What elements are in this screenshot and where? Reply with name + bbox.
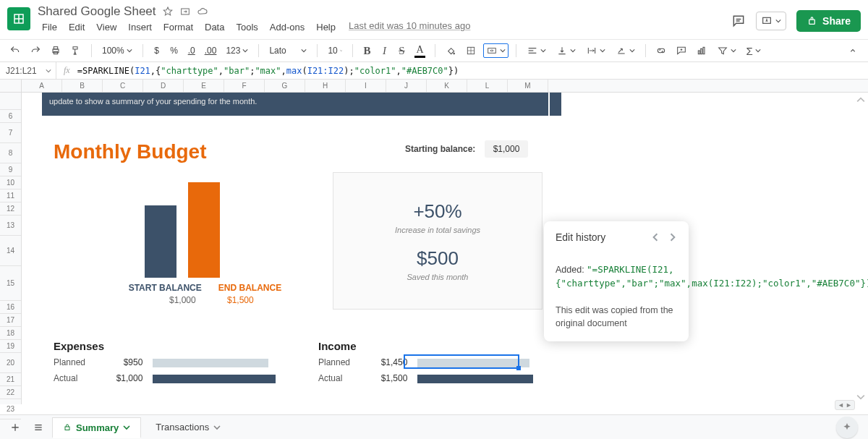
value[interactable]: $1,450: [371, 357, 407, 367]
row-header-19[interactable]: 19: [0, 340, 21, 353]
present-button[interactable]: [756, 12, 786, 30]
italic-button[interactable]: I: [378, 43, 391, 59]
menu-data[interactable]: Data: [200, 20, 229, 34]
rotate-button[interactable]: [613, 45, 638, 56]
increase-decimals-button[interactable]: .00: [203, 43, 219, 59]
formula-input[interactable]: =SPARKLINE(I21,{"charttype","bar";"max",…: [77, 66, 459, 76]
borders-button[interactable]: [463, 43, 479, 59]
row-header-8[interactable]: 8: [0, 143, 21, 163]
grid[interactable]: update to show a summary of your spendin…: [22, 93, 868, 404]
text-color-button[interactable]: A: [412, 43, 427, 59]
paint-format-icon[interactable]: [68, 43, 84, 59]
star-icon[interactable]: [162, 6, 174, 17]
chart-icon[interactable]: [694, 43, 710, 59]
all-sheets-button[interactable]: [29, 418, 48, 437]
format-currency-button[interactable]: $: [150, 43, 163, 59]
col-header-J[interactable]: J: [386, 80, 427, 92]
strike-button[interactable]: S: [395, 43, 408, 59]
select-all-corner[interactable]: [0, 80, 22, 92]
v-align-button[interactable]: [553, 45, 579, 56]
comment-icon[interactable]: [673, 43, 689, 59]
menu-edit[interactable]: Edit: [64, 20, 89, 34]
zoom-select[interactable]: 100%: [99, 46, 135, 56]
row-header-21[interactable]: 21: [0, 373, 21, 386]
row-header-22[interactable]: 22: [0, 386, 21, 399]
tab-caret-icon[interactable]: [123, 424, 130, 431]
row-header-13[interactable]: 13: [0, 216, 21, 236]
link-icon[interactable]: [653, 43, 669, 59]
col-header-B[interactable]: B: [62, 80, 103, 92]
share-button[interactable]: Share: [796, 10, 861, 32]
col-header-C[interactable]: C: [103, 80, 143, 92]
row-header-10[interactable]: 10: [0, 176, 21, 189]
col-header-I[interactable]: I: [346, 80, 386, 92]
menu-view[interactable]: View: [92, 20, 121, 34]
banner-text: update to show a summary of your spendin…: [42, 93, 548, 116]
row-header-7[interactable]: 7: [0, 123, 21, 143]
sparkline: [417, 374, 533, 384]
wrap-button[interactable]: [583, 45, 608, 56]
row-header-12[interactable]: 12: [0, 203, 21, 216]
explore-fab[interactable]: [836, 417, 858, 438]
menu-help[interactable]: Help: [312, 20, 340, 34]
col-header-E[interactable]: E: [184, 80, 224, 92]
row-header-11[interactable]: 11: [0, 189, 21, 203]
scroll-down-icon[interactable]: [856, 393, 865, 401]
row-header-16[interactable]: 16: [0, 301, 21, 314]
fill-color-button[interactable]: [443, 43, 459, 59]
value[interactable]: $1,500: [371, 373, 407, 383]
decrease-decimals-button[interactable]: .0: [185, 43, 198, 59]
more-formats-select[interactable]: 123: [223, 46, 251, 56]
tab-caret-icon[interactable]: [213, 424, 221, 431]
col-header-L[interactable]: L: [467, 80, 508, 92]
row-header-18[interactable]: 18: [0, 327, 21, 340]
col-header-A[interactable]: A: [22, 80, 62, 92]
horizontal-nav-pill[interactable]: ◄►: [835, 400, 855, 410]
font-size-select[interactable]: 10: [325, 46, 345, 56]
row-header-15[interactable]: 15: [0, 266, 21, 301]
undo-icon[interactable]: [7, 43, 23, 59]
last-edit[interactable]: Last edit was 10 minutes ago: [349, 20, 470, 34]
redo-icon[interactable]: [27, 43, 43, 59]
prev-edit-icon[interactable]: [651, 233, 660, 242]
col-header-G[interactable]: G: [265, 80, 305, 92]
move-icon[interactable]: [179, 6, 191, 17]
row-header-23[interactable]: 23: [0, 399, 21, 419]
row-header-20[interactable]: 20: [0, 353, 21, 373]
tab-summary[interactable]: Summary: [52, 417, 141, 438]
format-percent-button[interactable]: %: [168, 43, 181, 59]
tab-transactions[interactable]: Transactions: [145, 417, 231, 438]
col-header-F[interactable]: F: [224, 80, 265, 92]
font-select[interactable]: Lato: [266, 46, 310, 56]
comments-icon[interactable]: [731, 14, 746, 28]
col-header-M[interactable]: M: [508, 80, 548, 92]
col-header-H[interactable]: H: [305, 80, 346, 92]
collapse-toolbar-icon[interactable]: [845, 43, 861, 59]
next-edit-icon[interactable]: [668, 233, 677, 242]
cloud-icon[interactable]: [197, 6, 208, 17]
col-header-K[interactable]: K: [427, 80, 467, 92]
starting-balance-value[interactable]: $1,000: [485, 140, 528, 158]
row-header-6[interactable]: 6: [0, 110, 21, 123]
doc-title[interactable]: Shared Google Sheet: [38, 4, 156, 19]
name-box[interactable]: J21:L21: [0, 62, 56, 79]
row-header-14[interactable]: 14: [0, 236, 21, 266]
value[interactable]: $950: [106, 357, 142, 367]
functions-icon[interactable]: Σ: [744, 45, 764, 57]
merge-cells-button[interactable]: [483, 43, 509, 58]
add-sheet-button[interactable]: [6, 418, 25, 437]
row-header-9[interactable]: 9: [0, 163, 21, 176]
filter-icon[interactable]: [714, 45, 739, 56]
print-icon[interactable]: [48, 43, 64, 59]
menu-insert[interactable]: Insert: [124, 20, 156, 34]
menu-tools[interactable]: Tools: [231, 20, 262, 34]
h-align-button[interactable]: [524, 45, 549, 56]
bold-button[interactable]: B: [360, 43, 373, 59]
menu-file[interactable]: File: [38, 20, 61, 34]
menu-addons[interactable]: Add-ons: [265, 20, 309, 34]
menu-format[interactable]: Format: [159, 20, 197, 34]
col-header-D[interactable]: D: [143, 80, 184, 92]
scroll-up-icon[interactable]: [856, 95, 865, 104]
row-header-17[interactable]: 17: [0, 314, 21, 327]
value[interactable]: $1,000: [106, 373, 142, 383]
